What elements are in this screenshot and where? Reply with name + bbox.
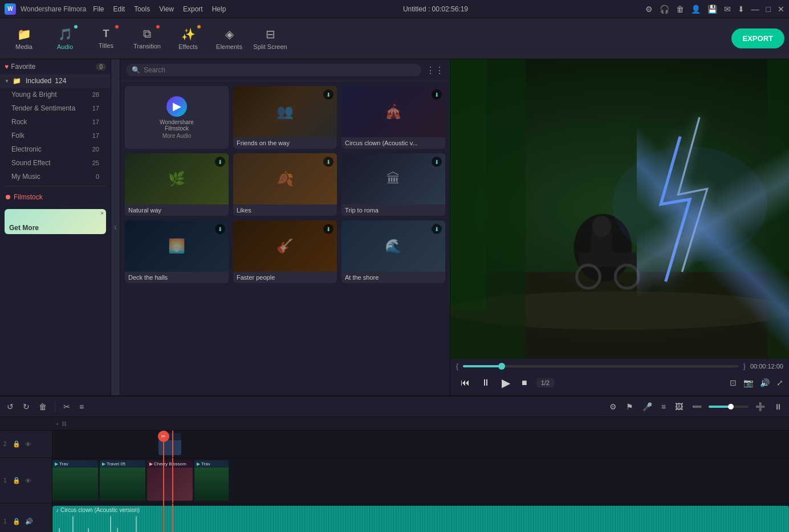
menu-help[interactable]: Help: [212, 5, 226, 13]
trip-download-icon[interactable]: ⬇: [432, 157, 442, 167]
fullscreen-icon[interactable]: ⤢: [776, 378, 783, 387]
minus-button[interactable]: ➖: [690, 400, 704, 414]
menu-tools[interactable]: Tools: [134, 5, 150, 13]
thumbnail-button[interactable]: 🖼: [673, 400, 685, 414]
toolbar-elements[interactable]: ◈ Elements: [210, 21, 249, 57]
rock-label: Rock: [11, 118, 27, 126]
delete-button[interactable]: 🗑: [36, 400, 49, 414]
grid-options-icon[interactable]: ⋮⋮: [426, 65, 444, 76]
minimize-button[interactable]: —: [751, 5, 759, 14]
wbar: [136, 516, 137, 532]
track-clip-travel1[interactable]: ▶ Trav: [52, 460, 98, 501]
track-2-eye[interactable]: 👁: [24, 440, 32, 449]
toolbar-audio[interactable]: 🎵 Audio: [46, 21, 84, 57]
track-clip-travel3[interactable]: ▶ Trav: [194, 460, 229, 501]
maximize-button[interactable]: □: [766, 5, 771, 14]
skip-back-button[interactable]: ⏮: [456, 375, 474, 390]
track-1-eye[interactable]: 👁: [24, 476, 32, 485]
save-icon[interactable]: 💾: [707, 5, 717, 14]
undo-button[interactable]: ↺: [5, 400, 16, 414]
title-bar: W Wondershare Filmora File Edit Tools Vi…: [0, 0, 789, 18]
track-1-lock[interactable]: 🔒: [11, 476, 22, 485]
toolbar-transition[interactable]: ⧉ Transition: [128, 21, 166, 57]
sidebar-my-music[interactable]: My Music 0: [0, 170, 111, 183]
sidebar-young-bright[interactable]: Young & Bright 28: [0, 88, 111, 101]
audio-icon[interactable]: 🎧: [660, 5, 669, 14]
mic-button[interactable]: 🎤: [640, 400, 654, 414]
likes-download-icon[interactable]: ⬇: [323, 157, 334, 167]
circus-download-icon[interactable]: ⬇: [432, 89, 442, 100]
track-clip-travel2[interactable]: ▶ Travel 05: [100, 460, 145, 501]
close-button[interactable]: ✕: [778, 5, 784, 14]
deck-halls-card[interactable]: 🌅 ⬇ Deck the halls: [125, 220, 229, 283]
get-more-banner[interactable]: × Get More: [5, 209, 106, 234]
sidebar-rock[interactable]: Rock 17: [0, 115, 111, 129]
bracket-left-button[interactable]: {: [456, 362, 458, 370]
sidebar-filmstock[interactable]: Filmstock: [0, 189, 111, 206]
friends-download-icon[interactable]: ⬇: [323, 89, 334, 100]
step-back-button[interactable]: ⏸: [477, 375, 495, 390]
volume-icon[interactable]: 🔊: [760, 378, 770, 387]
progress-bar[interactable]: [463, 365, 739, 367]
trash-icon[interactable]: 🗑: [676, 5, 684, 14]
audio-track-volume[interactable]: 🔊: [24, 517, 34, 526]
sidebar-sound-effect[interactable]: Sound Effect 25: [0, 156, 111, 170]
settings-icon[interactable]: ⚙: [645, 5, 653, 14]
banner-close-icon[interactable]: ×: [100, 210, 104, 216]
cut-button[interactable]: ✂: [61, 400, 72, 414]
track-clip-cherry[interactable]: ▶ Cherry Blossom: [147, 460, 193, 501]
menu-edit[interactable]: Edit: [113, 5, 125, 13]
mail-icon[interactable]: ✉: [724, 5, 731, 14]
sidebar-collapse-button[interactable]: ‹: [111, 59, 120, 395]
toolbar-titles[interactable]: T Titles: [87, 21, 125, 57]
shore-download-icon[interactable]: ⬇: [432, 224, 442, 234]
screenshot-icon[interactable]: 📷: [743, 378, 753, 387]
screen-fit-icon[interactable]: ⊡: [730, 378, 737, 387]
toolbar-media[interactable]: 📁 Media: [5, 21, 43, 57]
sidebar-tender[interactable]: Tender & Sentimenta 17: [0, 101, 111, 115]
captions-button[interactable]: ≡: [659, 400, 668, 414]
search-input[interactable]: [144, 66, 416, 74]
young-bright-count: 28: [92, 91, 99, 98]
export-button[interactable]: EXPORT: [731, 28, 784, 48]
sidebar-included[interactable]: ▼ 📁 Included 124: [0, 74, 111, 88]
svg-point-11: [592, 216, 612, 237]
at-shore-card[interactable]: 🌊 ⬇ At the shore: [341, 220, 445, 283]
render-button[interactable]: ⚙: [607, 400, 619, 414]
trip-roma-card[interactable]: 🏛 ⬇ Trip to roma: [341, 153, 445, 216]
sidebar-folk[interactable]: Folk 17: [0, 129, 111, 142]
user-icon[interactable]: 👤: [691, 5, 701, 14]
plus-button[interactable]: ➕: [753, 400, 767, 414]
redo-button[interactable]: ↻: [21, 400, 32, 414]
faster-people-card[interactable]: 🎸 ⬇ Faster people: [233, 220, 337, 283]
menu-export[interactable]: Export: [183, 5, 203, 13]
more-audio-card[interactable]: ▶ Wondershare Filmstock More Audio: [125, 86, 229, 149]
pause-tracks-button[interactable]: ⏸: [772, 400, 784, 414]
deck-download-icon[interactable]: ⬇: [215, 224, 225, 234]
likes-card[interactable]: 🍂 ⬇ Likes: [233, 153, 337, 216]
toolbar-effects[interactable]: ✨ Effects: [169, 21, 208, 57]
audio-track-lock[interactable]: 🔒: [11, 517, 22, 526]
menu-file[interactable]: File: [93, 5, 104, 13]
page-indicator[interactable]: 1/2: [536, 378, 554, 387]
stop-button[interactable]: ■: [517, 375, 532, 390]
playhead-handle[interactable]: ✂: [158, 431, 169, 442]
download-icon[interactable]: ⬇: [738, 5, 745, 14]
natural-download-icon[interactable]: ⬇: [215, 157, 225, 167]
friends-on-way-card[interactable]: 👥 ⬇ Friends on the way: [233, 86, 337, 149]
circus-clown-card[interactable]: 🎪 ⬇ Circus clown (Acoustic v...: [341, 86, 445, 149]
play-button[interactable]: ▶: [497, 374, 515, 392]
add-track-icon[interactable]: ＋ ⛓: [52, 421, 67, 427]
sidebar-favorite[interactable]: ♥ Favorite 0: [0, 59, 111, 74]
faster-download-icon[interactable]: ⬇: [323, 224, 334, 234]
track-2-lock[interactable]: 🔒: [11, 439, 22, 449]
flag-button[interactable]: ⚑: [624, 400, 636, 414]
menu-view[interactable]: View: [159, 5, 174, 13]
audio-adjust-button[interactable]: ≡: [77, 400, 86, 414]
bracket-right-button[interactable]: }: [743, 362, 746, 370]
zoom-slider[interactable]: [709, 406, 749, 408]
audio-label: Audio: [57, 43, 73, 50]
toolbar-splitscreen[interactable]: ⊟ Split Screen: [251, 21, 290, 57]
natural-way-card[interactable]: 🌿 ⬇ Natural way: [125, 153, 229, 216]
sidebar-electronic[interactable]: Electronic 20: [0, 142, 111, 156]
